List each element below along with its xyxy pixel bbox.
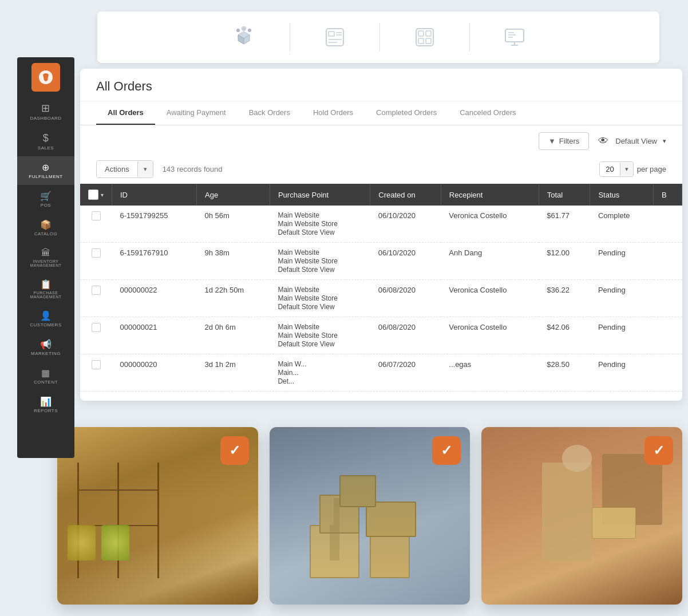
row-checkbox-3[interactable] [92,323,101,332]
row-purchase-point-2: Main Website Main Website Store Default … [270,280,370,317]
fulfillment-icon: ⊕ [42,162,50,173]
table-row[interactable]: 000000021 2d 0h 6m Main Website Main Web… [80,317,682,354]
select-all-checkbox[interactable] [88,189,98,200]
inventory-icon: 🏛 [41,248,51,258]
header-dropdown-arrow[interactable]: ▾ [101,192,104,198]
table-header-purchase-point[interactable]: Purchase Point [270,184,370,206]
row-created-3: 06/08/2020 [370,317,441,354]
chevron-down-icon[interactable]: ▾ [663,137,666,145]
row-purchase-point-1: Main Website Main Website Store Default … [270,243,370,280]
dashboard-icon: ⊞ [41,102,50,114]
tab-canceled-orders[interactable]: Canceled Orders [448,101,527,125]
reports-icon: 📊 [40,396,52,407]
row-created-2: 06/08/2020 [370,280,441,317]
tab-all-orders[interactable]: All Orders [96,101,155,125]
image-card-warehouse: ✓ [270,427,470,605]
row-extra-4 [654,354,682,392]
row-age-2: 1d 22h 50m [197,280,270,317]
image-check-grocery: ✓ [220,436,249,465]
row-recipient-1: Anh Dang [441,243,539,280]
per-page-arrow[interactable]: ▾ [620,163,633,176]
sidebar-item-dashboard[interactable]: ⊞ DASHBOARD [17,96,74,127]
row-checkbox-0[interactable] [92,211,101,220]
row-total-3: $42.06 [539,317,590,354]
table-header-id[interactable]: ID [112,184,197,206]
row-checkbox-cell[interactable] [80,354,112,392]
toolbar: ▼ Filters 👁 Default View ▾ [80,125,682,157]
table-header-checkbox[interactable]: ▾ [80,184,112,206]
row-purchase-point-3: Main Website Main Website Store Default … [270,317,370,354]
catalog-icon: 📦 [40,219,52,230]
table-header-created-on[interactable]: Created on [370,184,441,206]
sidebar-item-inventory[interactable]: 🏛 INVENTORY MANAGEMENT [17,242,74,273]
row-total-1: $12.00 [539,243,590,280]
svg-rect-7 [329,31,334,36]
actions-bar: Actions ▾ 143 records found 20 ▾ per pag… [80,157,682,184]
svg-rect-16 [426,38,431,44]
top-icon-monitor[interactable] [504,27,525,48]
image-check-delivery: ✓ [644,436,673,465]
view-label: Default View [615,137,657,145]
top-icon-cube[interactable] [232,26,255,49]
table-row[interactable]: 6-1591799255 0h 56m Main Website Main We… [80,206,682,243]
row-created-0: 06/10/2020 [370,206,441,243]
svg-rect-15 [418,38,424,44]
table-row[interactable]: 000000020 3d 1h 2m Main W... Main... Det… [80,354,682,392]
row-checkbox-4[interactable] [92,360,101,369]
divider-3 [469,23,470,52]
sidebar-item-customers[interactable]: 👤 CUSTOMERS [17,305,74,333]
row-id-4: 000000020 [112,354,197,392]
tabs-bar: All Orders Awaiting Payment Back Orders … [80,101,682,125]
eye-icon: 👁 [598,135,608,147]
marketing-icon: 📢 [40,339,52,350]
sidebar-item-catalog[interactable]: 📦 CATALOG [17,214,74,242]
row-checkbox-cell[interactable] [80,317,112,354]
tab-awaiting-payment[interactable]: Awaiting Payment [155,101,238,125]
filter-icon: ▼ [548,137,556,145]
table-header-total[interactable]: Total [539,184,590,206]
row-recipient-3: Veronica Costello [441,317,539,354]
row-checkbox-2[interactable] [92,286,101,295]
row-checkbox-cell[interactable] [80,243,112,280]
tab-back-orders[interactable]: Back Orders [238,101,302,125]
row-created-1: 06/10/2020 [370,243,441,280]
per-page-input[interactable]: 20 ▾ [599,161,633,177]
table-header-status[interactable]: Status [590,184,654,206]
svg-point-2 [248,29,251,32]
table-header-extra[interactable]: B [654,184,682,206]
actions-select[interactable]: Actions ▾ [96,160,153,178]
table-header-age[interactable]: Age [197,184,270,206]
row-checkbox-cell[interactable] [80,280,112,317]
top-icon-grid[interactable] [414,27,435,48]
sidebar-item-reports[interactable]: 📊 REPORTS [17,390,74,419]
row-status-0: Complete [590,206,654,243]
sidebar-item-marketing[interactable]: 📢 MARKETING [17,333,74,362]
sidebar-item-content[interactable]: ▦ CONTENT [17,362,74,390]
tab-completed-orders[interactable]: Completed Orders [365,101,448,125]
row-checkbox-cell[interactable] [80,206,112,243]
top-icon-orders-list[interactable] [325,27,345,48]
orders-table-container: ▾ ID Age Purchase Point Created on Recep… [80,184,682,392]
filter-button[interactable]: ▼ Filters [539,132,589,150]
actions-left: Actions ▾ 143 records found [96,160,222,178]
per-page-value: 20 [600,162,619,176]
image-card-delivery: ✓ [481,427,682,605]
actions-dropdown-arrow[interactable]: ▾ [137,161,153,177]
svg-point-0 [236,29,240,32]
sidebar-item-sales[interactable]: $ SALES [17,127,74,156]
sidebar-item-pos[interactable]: 🛒 POS [17,185,74,214]
table-row[interactable]: 000000022 1d 22h 50m Main Website Main W… [80,280,682,317]
table-header-recipient[interactable]: Recepient [441,184,539,206]
images-section: ✓ ✓ ✓ [57,427,682,605]
row-checkbox-1[interactable] [92,248,101,258]
svg-rect-14 [426,31,431,36]
table-row[interactable]: 6-1591767910 9h 38m Main Website Main We… [80,243,682,280]
sidebar-logo[interactable] [31,63,60,92]
sidebar-item-fulfillment[interactable]: ⊕ FULFILLMENT [17,156,74,185]
row-total-2: $36.22 [539,280,590,317]
tab-hold-orders[interactable]: Hold Orders [302,101,365,125]
svg-rect-17 [505,29,524,42]
sidebar-item-purchase[interactable]: 📋 PURCHASE MANAGEMENT [17,273,74,305]
image-check-warehouse: ✓ [432,436,461,465]
row-extra-2 [654,280,682,317]
